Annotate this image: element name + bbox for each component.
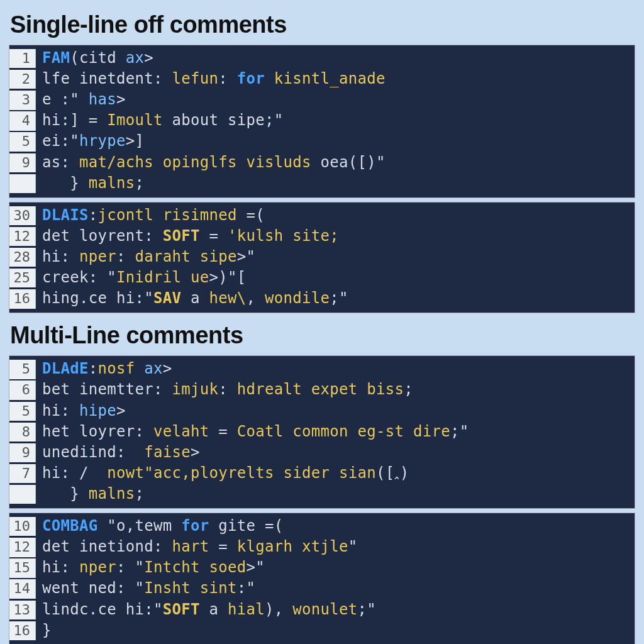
line-number: 28 bbox=[9, 248, 36, 267]
code-line: 5DLAdE:nosf ax> bbox=[9, 358, 635, 379]
token: imjuk bbox=[172, 380, 219, 398]
token: Imoult bbox=[107, 111, 163, 129]
code-content: det inetiond: hart = klgarh xtjle" bbox=[36, 536, 358, 557]
token: > bbox=[126, 132, 135, 150]
token: Insht sint bbox=[144, 579, 237, 597]
token: } bbox=[42, 621, 52, 639]
token: wonulet bbox=[292, 601, 357, 618]
token: unediind: bbox=[42, 443, 144, 461]
token: velaht bbox=[153, 423, 209, 440]
line-number: 9 bbox=[9, 153, 36, 172]
token: > bbox=[247, 558, 256, 576]
token: went ned: " bbox=[42, 579, 144, 597]
token: " bbox=[255, 558, 265, 576]
token: Intcht soed bbox=[144, 558, 246, 576]
token: > bbox=[237, 248, 247, 265]
token: det loyrent: bbox=[42, 227, 163, 245]
line-number: 9 bbox=[9, 443, 36, 462]
token: > bbox=[163, 360, 172, 377]
token: ; bbox=[135, 485, 145, 502]
token: daraht sipe bbox=[135, 248, 237, 265]
code-content: COMBAG "o,tewm for gite =( bbox=[36, 516, 284, 536]
token: hing.ce hi:" bbox=[42, 289, 153, 307]
token: kisntl_anade bbox=[274, 70, 386, 87]
code-content: } bbox=[36, 620, 52, 641]
code-line: 16hing.ce hi:"SAV a hew\, wondile;" bbox=[9, 288, 635, 309]
token: jcontl risimned bbox=[98, 206, 247, 224]
code-content: det loyrent: SOFT = 'kulsh site; bbox=[36, 226, 339, 247]
line-number: 15 bbox=[9, 558, 36, 577]
code-line: 12det loyrent: SOFT = 'kulsh site; bbox=[9, 226, 635, 247]
token: > bbox=[209, 269, 219, 286]
token: SOFT bbox=[163, 227, 200, 245]
code-line: 9as: mat/achs opinglfs visluds oea([)" bbox=[9, 152, 635, 173]
code-content: hi:] = Imoult about sipe;" bbox=[36, 110, 284, 131]
token: for bbox=[181, 517, 209, 535]
token: )"[ bbox=[218, 269, 246, 286]
code-content: } malns; bbox=[36, 173, 144, 194]
heading-multi-line: Multi-Line comments bbox=[10, 322, 635, 349]
line-number: 16 bbox=[9, 621, 36, 640]
code-content: DLAIS:jcontl risimned =( bbox=[36, 205, 265, 226]
code-line: 3e :" has> bbox=[9, 89, 635, 110]
token: ([ꞈ) bbox=[376, 464, 409, 482]
token: e :" bbox=[42, 91, 89, 108]
code-line: 1FAM(citd ax> bbox=[9, 48, 635, 69]
token: creek: " bbox=[42, 269, 116, 286]
code-line: 7hi: / nowt"acc,ployrelts sider sian([ꞈ) bbox=[9, 463, 635, 484]
code-line: 10COMBAG "o,tewm for gite =( bbox=[9, 516, 635, 536]
code-content: ei:"hrype>] bbox=[36, 131, 144, 152]
token: =( bbox=[265, 517, 284, 535]
line-number: 13 bbox=[9, 601, 36, 619]
line-number: 10 bbox=[9, 517, 36, 536]
token: hipe bbox=[79, 402, 116, 419]
token: nowt"acc,ployrelts sider sian bbox=[107, 464, 376, 482]
token: about sipe;" bbox=[163, 111, 284, 129]
code-line: 5ei:"hrype>] bbox=[9, 131, 635, 152]
code-line: 9unediind: faise> bbox=[9, 442, 635, 463]
code-content: FAM(citd ax> bbox=[36, 48, 153, 69]
code-line: 2lfe inetdent: lefun: for kisntl_anade bbox=[9, 69, 635, 89]
code-content: lindc.ce hi:"SOFT a hial), wonulet;" bbox=[36, 599, 376, 620]
token bbox=[265, 70, 274, 87]
line-number: 16 bbox=[9, 289, 36, 308]
token: hrype bbox=[79, 132, 126, 150]
token: , bbox=[247, 289, 265, 307]
token: gite bbox=[209, 517, 265, 535]
line-number: · bbox=[9, 174, 36, 193]
code-content: went ned: "Insht sint:" bbox=[36, 578, 255, 599]
token: hart bbox=[172, 538, 209, 555]
token: malns bbox=[89, 485, 135, 502]
code-block-2: 30DLAIS:jcontl risimned =(12det loyrent:… bbox=[9, 202, 635, 314]
token: lindc.ce hi:" bbox=[42, 601, 163, 618]
code-line: 25creek: "Inidril ue>)"[ bbox=[9, 267, 635, 288]
line-number: 8 bbox=[9, 423, 36, 441]
token: = bbox=[209, 423, 237, 440]
token: } bbox=[42, 174, 89, 192]
token: lefun bbox=[172, 70, 219, 87]
line-number: 25 bbox=[9, 269, 36, 287]
token: hi: bbox=[42, 402, 79, 419]
token: ;" bbox=[330, 289, 348, 307]
code-line: 30DLAIS:jcontl risimned =( bbox=[9, 205, 635, 226]
token: ax bbox=[144, 360, 163, 377]
line-number: 7 bbox=[9, 464, 36, 483]
code-block-4: 10COMBAG "o,tewm for gite =(12det inetio… bbox=[9, 513, 635, 644]
token: DLAIS bbox=[42, 206, 89, 224]
token: : bbox=[218, 380, 237, 398]
line-number: 1 bbox=[9, 49, 36, 68]
token: nper bbox=[79, 558, 116, 576]
token: oea([)" bbox=[311, 153, 386, 171]
code-line: 13lindc.ce hi:"SOFT a hial), wonulet;" bbox=[9, 599, 635, 620]
token: for bbox=[237, 70, 265, 87]
token: ;" bbox=[450, 423, 469, 440]
token: has bbox=[89, 91, 116, 108]
line-number: 5 bbox=[9, 360, 36, 379]
token: mat/achs opinglfs visluds bbox=[79, 153, 311, 171]
token: DLAdE bbox=[42, 360, 89, 377]
code-line: · } malns; bbox=[9, 484, 635, 504]
token: SOFT bbox=[163, 601, 200, 618]
token: hew\ bbox=[209, 289, 247, 307]
line-number: 6 bbox=[9, 380, 36, 399]
line-number: 5 bbox=[9, 132, 36, 151]
